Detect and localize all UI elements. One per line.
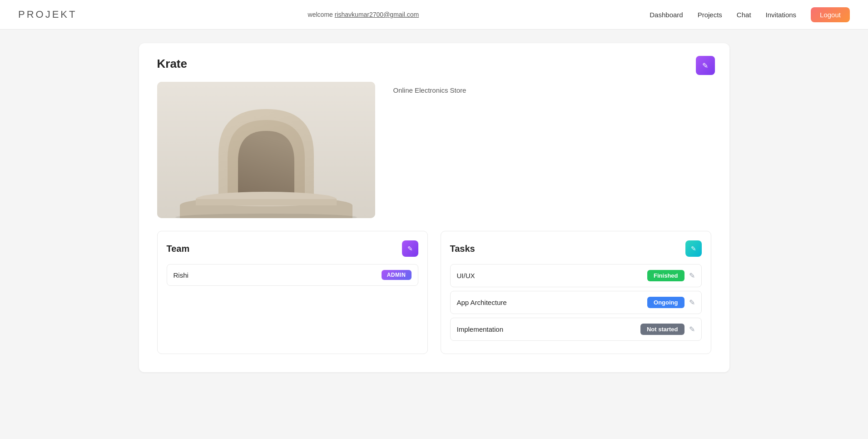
project-image <box>157 82 375 218</box>
team-title: Team <box>167 244 190 254</box>
member-name: Rishi <box>174 271 188 279</box>
project-title: Krate <box>157 57 711 71</box>
task-name-arch: App Architecture <box>457 299 507 306</box>
nav-projects[interactable]: Projects <box>698 11 722 19</box>
main-nav: Dashboard Projects Chat Invitations Logo… <box>650 7 850 22</box>
task-row-arch: App Architecture Ongoing ✎ <box>450 291 702 314</box>
nav-chat[interactable]: Chat <box>737 11 751 19</box>
welcome-prefix: welcome <box>308 11 335 18</box>
task-name-impl: Implementation <box>457 325 504 333</box>
nav-invitations[interactable]: Invitations <box>766 11 797 19</box>
project-top-section: Online Electronics Store <box>157 82 711 218</box>
pencil-icon: ✎ <box>691 245 696 252</box>
task-right-arch: Ongoing ✎ <box>647 297 694 308</box>
main-content: Krate ✎ <box>121 30 748 386</box>
task-edit-icon-uiux[interactable]: ✎ <box>689 271 695 280</box>
pencil-icon: ✎ <box>407 245 413 252</box>
user-email[interactable]: rishavkumar2700@gmail.com <box>335 11 419 18</box>
admin-badge: ADMIN <box>382 270 412 280</box>
project-description-area: Online Electronics Store <box>393 82 466 218</box>
status-badge-finished: Finished <box>647 270 684 281</box>
app-logo: PROJEKT <box>18 9 77 20</box>
task-name-uiux: UI/UX <box>457 272 475 279</box>
logout-button[interactable]: Logout <box>811 7 850 22</box>
nav-dashboard[interactable]: Dashboard <box>650 11 683 19</box>
edit-tasks-button[interactable]: ✎ <box>685 240 702 257</box>
svg-rect-4 <box>196 199 337 205</box>
team-card: Team ✎ Rishi ADMIN <box>157 231 428 354</box>
tasks-title: Tasks <box>450 244 475 254</box>
task-right-impl: Not started ✎ <box>640 324 695 335</box>
arch-illustration <box>157 82 375 218</box>
task-right-uiux: Finished ✎ <box>647 270 694 281</box>
task-row-impl: Implementation Not started ✎ <box>450 318 702 341</box>
edit-project-button[interactable]: ✎ <box>696 56 715 75</box>
team-header: Team ✎ <box>167 240 418 257</box>
status-badge-ongoing: Ongoing <box>647 297 684 308</box>
project-card: Krate ✎ <box>139 43 729 372</box>
project-description: Online Electronics Store <box>393 82 466 94</box>
pencil-icon: ✎ <box>702 61 708 70</box>
header: PROJEKT welcome rishavkumar2700@gmail.co… <box>0 0 868 30</box>
tasks-header: Tasks ✎ <box>450 240 702 257</box>
team-member-row: Rishi ADMIN <box>167 264 418 286</box>
task-row-uiux: UI/UX Finished ✎ <box>450 264 702 287</box>
welcome-text: welcome rishavkumar2700@gmail.com <box>308 11 419 18</box>
task-edit-icon-arch[interactable]: ✎ <box>689 298 695 307</box>
task-edit-icon-impl[interactable]: ✎ <box>689 325 695 334</box>
tasks-card: Tasks ✎ UI/UX Finished ✎ App Architectur… <box>441 231 711 354</box>
status-badge-not-started: Not started <box>640 324 684 335</box>
project-bottom-section: Team ✎ Rishi ADMIN Tasks ✎ <box>157 231 711 354</box>
edit-team-button[interactable]: ✎ <box>402 240 418 257</box>
